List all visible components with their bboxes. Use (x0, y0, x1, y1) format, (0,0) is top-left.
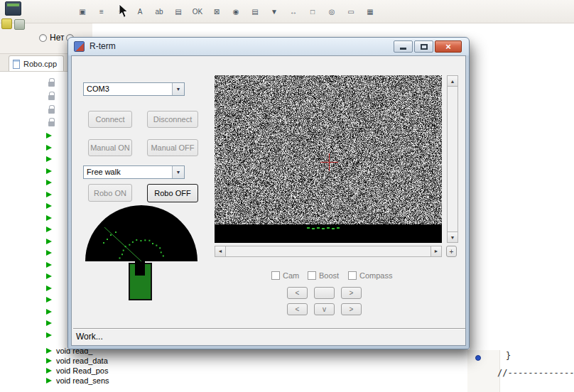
scroll-right-button[interactable]: ► (430, 246, 441, 256)
tree-item[interactable]: void Read_pos (46, 366, 108, 376)
open-file-icon[interactable] (1, 18, 12, 29)
checkbox-box (271, 271, 280, 280)
com-port-combobox[interactable]: COM3 ▼ (83, 82, 185, 96)
lock-icon (48, 82, 55, 87)
tree-node-arrow-icon (46, 368, 52, 374)
tree-item-label: void read_sens (56, 376, 109, 385)
maximize-button[interactable] (414, 40, 433, 53)
tree-item-label: void read_data (56, 356, 108, 365)
source-file-icon (13, 60, 20, 69)
component-tool-icon[interactable] (14, 19, 25, 30)
tree-node-arrow-icon (46, 378, 52, 383)
walk-mode-combobox[interactable]: Free walk ▼ (83, 165, 185, 179)
tree-item[interactable]: void read_sens (46, 376, 109, 386)
com-port-dropdown-button[interactable]: ▼ (172, 83, 184, 95)
robo-off-button[interactable]: Robo OFF (147, 184, 198, 202)
tree-node-arrow-icon (46, 227, 52, 232)
tab-label: Robo.cpp (23, 60, 57, 68)
tree-node-arrow-icon (46, 297, 52, 303)
tab-robo-cpp[interactable]: Robo.cpp (9, 55, 64, 72)
maximize-icon (421, 44, 428, 50)
editor-gutter (467, 350, 500, 392)
dpad-bottom-right-button[interactable]: > (341, 303, 362, 315)
tree-node-arrow-icon (46, 358, 52, 364)
tree-item[interactable]: void read_data (46, 356, 108, 366)
com-port-value: COM3 (84, 83, 172, 95)
actionlist-icon[interactable]: ▦ (362, 4, 379, 20)
minimize-icon (400, 48, 406, 50)
walk-mode-dropdown-button[interactable]: ▼ (172, 166, 184, 178)
scrollbar-icon[interactable]: ↔ (285, 4, 302, 20)
manual-on-button[interactable]: Manual ON (88, 139, 132, 156)
edit-icon[interactable]: ab (151, 4, 168, 20)
code-brace: } (506, 351, 511, 361)
checkbox-box (308, 271, 316, 280)
gutter-marker-dot[interactable] (475, 355, 481, 361)
checkbox-box (348, 271, 357, 280)
titlebar[interactable]: R-term × (68, 38, 469, 55)
tree-node-arrow-icon (46, 180, 52, 185)
tree-node-arrow-icon (46, 203, 52, 209)
scroll-left-icon: ◄ (218, 249, 223, 254)
dpad-bottom-left-button[interactable]: < (287, 303, 308, 315)
tree-node-arrow-icon (46, 320, 52, 326)
label-icon[interactable]: A (131, 4, 148, 20)
tree-node-arrow-icon (46, 285, 52, 291)
dpad-top-left-button[interactable]: < (287, 287, 308, 299)
boost-checkbox-label: Boost (319, 271, 339, 280)
tree-node-arrow-icon (46, 309, 52, 315)
tree-node-arrow-icon (46, 332, 52, 338)
close-icon: × (445, 41, 451, 52)
mainmenu-icon[interactable]: ≡ (93, 4, 110, 20)
cam-checkbox[interactable]: Cam (271, 271, 299, 280)
tree-node-arrow-icon (46, 348, 52, 354)
compass-checkbox-label: Compass (359, 271, 392, 280)
r-term-app-icon (74, 41, 85, 52)
scroll-left-button[interactable]: ◄ (215, 246, 226, 256)
listbox-icon[interactable]: ▤ (247, 4, 264, 20)
manual-off-button[interactable]: Manual OFF (147, 139, 198, 156)
tree-node-arrow-icon (46, 168, 52, 174)
checkbox-icon[interactable]: ⊠ (208, 4, 225, 20)
lock-icon (48, 95, 55, 100)
dpad-bottom-center-button[interactable]: v (314, 303, 335, 315)
close-button[interactable]: × (435, 40, 462, 53)
button-icon[interactable]: OK (189, 4, 206, 20)
camera-horizontal-scrollbar[interactable]: ◄ ► (215, 246, 442, 257)
lock-icon (48, 121, 55, 126)
radiobutton-icon[interactable]: ◉ (227, 4, 244, 20)
frame-icon[interactable]: ▣ (74, 4, 91, 20)
panel-icon[interactable]: ▭ (342, 4, 359, 20)
lock-icon (48, 109, 55, 114)
minimize-button[interactable] (394, 40, 413, 53)
scroll-down-button[interactable]: ▼ (448, 232, 457, 242)
radar-display (83, 205, 201, 309)
tree-item-label: void Read_pos (56, 366, 108, 375)
status-separator (73, 328, 465, 330)
status-text: Work... (76, 332, 103, 342)
dpad-top-right-button[interactable]: > (341, 287, 362, 299)
tree-node-arrow-icon (46, 262, 52, 268)
component-palette: ▣≡≡Aab▤OK⊠◉▤▼↔□◎▭▦ (0, 0, 574, 23)
groupbox-icon[interactable]: □ (304, 4, 321, 20)
scroll-down-icon: ▼ (450, 235, 455, 240)
dpad-top-center-button[interactable] (314, 287, 335, 299)
chevron-down-icon: ▼ (176, 170, 181, 175)
camera-vertical-scrollbar[interactable]: ▲ ▼ (447, 75, 458, 243)
combobox-icon[interactable]: ▼ (266, 4, 283, 20)
mouse-cursor-icon (119, 4, 130, 19)
tree-node-arrow-icon (46, 250, 52, 256)
compass-checkbox[interactable]: Compass (348, 271, 392, 280)
zoom-plus-button[interactable]: + (446, 246, 457, 257)
disconnect-button[interactable]: Disconnect (147, 111, 198, 128)
radio-button-net[interactable] (39, 34, 47, 42)
code-comment-line: //--------------------------------------… (497, 368, 574, 378)
desktop: ▣≡≡Aab▤OK⊠◉▤▼↔□◎▭▦ Нет Robo.cpp void rea… (0, 0, 574, 392)
new-form-icon[interactable] (5, 1, 21, 16)
connect-button[interactable]: Connect (88, 111, 132, 128)
radiogroup-icon[interactable]: ◎ (323, 4, 340, 20)
boost-checkbox[interactable]: Boost (308, 271, 339, 280)
robo-on-button[interactable]: Robo ON (88, 184, 132, 202)
memo-icon[interactable]: ▤ (170, 4, 187, 20)
scroll-up-button[interactable]: ▲ (448, 76, 457, 87)
